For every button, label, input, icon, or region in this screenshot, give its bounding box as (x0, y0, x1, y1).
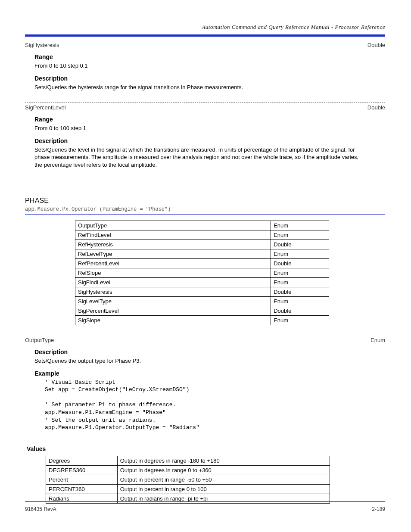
label-description: Description (34, 136, 385, 145)
cvar-type: Double (365, 104, 385, 111)
value-desc: Output in degrees in range -180 to +180 (117, 456, 330, 465)
description-text: Sets/Queries the output type for Phase P… (34, 356, 362, 368)
value-desc: Output in percent in range -50 to +50 (117, 475, 330, 484)
value-desc: Output in degrees in range 0 to +360 (117, 465, 330, 475)
section-title: PHASE (25, 197, 385, 205)
cvar-cell-type: Enum (271, 230, 329, 240)
label-description: Description (34, 73, 385, 83)
section-rule (25, 214, 385, 215)
section-path: app.Measure.Px.Operator (ParamEngine = "… (25, 206, 385, 212)
cvar-cell-type: Double (271, 287, 329, 297)
cvar-cell-name: RefPercentLevel (75, 259, 271, 268)
cvar-cell-type: Enum (271, 221, 329, 230)
table-row: SigLevelTypeEnum (75, 297, 329, 306)
table-row: SigPercentLevelDouble (75, 306, 329, 316)
label-description: Description (34, 347, 385, 356)
value-key: PERCENT360 (46, 484, 118, 494)
cvar-cell-type: Enum (271, 297, 329, 306)
code-block: ' Visual Basic Script Set app = CreateOb… (34, 378, 385, 435)
cvar-cell-type: Enum (271, 249, 329, 259)
cvar-outputtype-row: OutputType Enum (25, 335, 385, 344)
table-row: SigSlopeEnum (75, 316, 329, 325)
footer-rev: 916435 RevA (25, 506, 56, 512)
cvar-cell-name: SigFindLevel (75, 278, 271, 287)
table-row: PERCENT360Output in percent in range 0 t… (46, 484, 330, 494)
label-range: Range (34, 114, 385, 124)
value-desc: Output in percent in range 0 to 100 (117, 484, 330, 494)
value-key: DEGREES360 (46, 465, 118, 475)
table-row: OutputTypeEnum (75, 221, 329, 230)
cvar-cell-name: RefLevelType (75, 249, 271, 259)
label-values: Values (25, 443, 385, 454)
table-row: RefSlopeEnum (75, 268, 329, 278)
cvar-sigpercentlevel-row: SigPercentLevel Double (25, 102, 385, 112)
description-text: Sets/Queries the hysteresis range for th… (34, 83, 362, 95)
cvar-cell-name: SigLevelType (75, 297, 271, 306)
label-range: Range (34, 52, 385, 61)
cvar-type: Double (365, 42, 385, 48)
cvar-cell-type: Enum (271, 268, 329, 278)
cvar-cell-type: Double (271, 306, 329, 316)
footer: 916435 RevA 2-189 (25, 506, 385, 512)
cvar-cell-name: OutputType (75, 221, 271, 230)
cvar-cell-type: Enum (271, 278, 329, 287)
values-table: DegreesOutput in degrees in range -180 t… (46, 456, 330, 504)
description-text: Sets/Queries the level in the signal at … (34, 145, 362, 172)
range-text: From 0 to 100 step 1 (34, 124, 362, 136)
cvar-cell-name: SigSlope (75, 316, 271, 325)
cvar-name: OutputType (25, 337, 56, 343)
header-title: Automation Command and Query Reference M… (25, 24, 385, 31)
value-key: Percent (46, 475, 118, 484)
table-row: RefPercentLevelDouble (75, 259, 329, 268)
table-row: PercentOutput in percent in range -50 to… (46, 475, 330, 484)
table-row: DegreesOutput in degrees in range -180 t… (46, 456, 330, 465)
table-row: SigHysteresisDouble (75, 287, 329, 297)
footer-rule (25, 501, 385, 502)
table-row: DEGREES360Output in degrees in range 0 t… (46, 465, 330, 475)
cvar-sighysteresis-row: SigHysteresis Double (25, 40, 385, 49)
table-row: SigFindLevelEnum (75, 278, 329, 287)
cvar-table: OutputTypeEnum RefFindLevelEnum RefHyste… (75, 221, 329, 325)
cvar-cell-name: RefFindLevel (75, 230, 271, 240)
cvar-cell-name: SigHysteresis (75, 287, 271, 297)
cvar-name: SigHysteresis (25, 42, 62, 48)
cvar-cell-type: Enum (271, 316, 329, 325)
footer-page: 2-189 (372, 506, 385, 512)
cvar-cell-name: RefHysteresis (75, 240, 271, 249)
cvar-cell-type: Double (271, 240, 329, 249)
cvar-cell-name: SigPercentLevel (75, 306, 271, 316)
label-example: Example (34, 368, 385, 378)
header-rule (25, 34, 385, 37)
value-key: Degrees (46, 456, 118, 465)
cvar-name: SigPercentLevel (25, 104, 68, 111)
table-row: RefLevelTypeEnum (75, 249, 329, 259)
cvar-cell-type: Double (271, 259, 329, 268)
table-row: RefHysteresisDouble (75, 240, 329, 249)
cvar-cell-name: RefSlope (75, 268, 271, 278)
range-text: From 0 to 10 step 0.1 (34, 61, 362, 73)
table-row: RefFindLevelEnum (75, 230, 329, 240)
cvar-type: Enum (368, 337, 385, 343)
